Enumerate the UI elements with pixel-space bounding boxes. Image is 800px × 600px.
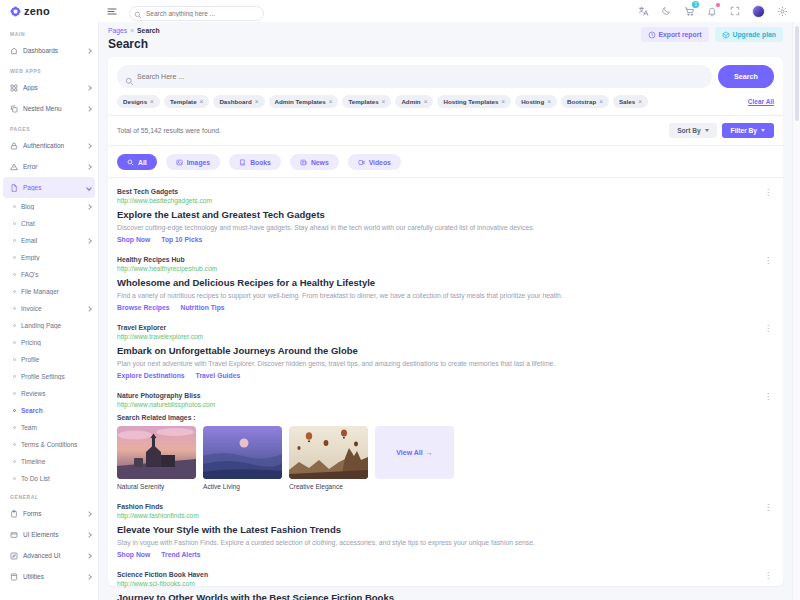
more-options-icon[interactable]: ⋮: [764, 189, 772, 197]
close-icon[interactable]: ×: [382, 98, 386, 105]
sidebar-subitem-profile-settings[interactable]: Profile Settings: [0, 368, 98, 385]
filter-tag[interactable]: Admin Templates×: [269, 95, 339, 108]
sidebar-item-ui-elements[interactable]: UI Elements: [0, 524, 98, 545]
view-all-button[interactable]: View All →: [375, 426, 454, 479]
more-options-icon[interactable]: ⋮: [764, 504, 772, 512]
more-options-icon[interactable]: ⋮: [764, 393, 772, 401]
sidebar-subitem-email[interactable]: Email: [0, 232, 98, 249]
sidebar-subitem-profile[interactable]: Profile: [0, 351, 98, 368]
clear-all-link[interactable]: Clear All: [748, 98, 774, 105]
breadcrumb-pages[interactable]: Pages: [108, 27, 127, 34]
close-icon[interactable]: ×: [150, 98, 154, 105]
sidebar-item-error[interactable]: Error: [0, 156, 98, 177]
result-title[interactable]: Journey to Other Worlds with the Best Sc…: [117, 592, 774, 600]
filter-tag[interactable]: Template×: [164, 95, 210, 108]
filter-tag[interactable]: Admin×: [395, 95, 433, 108]
tab-all[interactable]: All: [117, 154, 157, 170]
close-icon[interactable]: ×: [255, 98, 259, 105]
filter-tag[interactable]: Hosting Templates×: [437, 95, 511, 108]
upgrade-plan-button[interactable]: Upgrade plan: [715, 27, 783, 42]
search-button[interactable]: Search: [718, 65, 774, 88]
sidebar-subitem-blog[interactable]: Blog: [0, 198, 98, 215]
sidebar-subitem-file-manager[interactable]: File Manager: [0, 283, 98, 300]
result-link[interactable]: Explore Destinations: [117, 372, 185, 379]
tab-news[interactable]: News: [290, 154, 339, 170]
image-thumbnail[interactable]: Creative Elegance: [289, 426, 368, 490]
sidebar-subitem-reviews[interactable]: Reviews: [0, 385, 98, 402]
more-options-icon[interactable]: ⋮: [764, 572, 772, 580]
result-url[interactable]: http://www.fashionfinds.com: [117, 512, 774, 519]
sidebar-item-apps[interactable]: Apps: [0, 77, 98, 98]
sidebar-item-dashboards[interactable]: Dashboards: [0, 40, 98, 61]
result-link[interactable]: Shop Now: [117, 551, 150, 558]
result-link[interactable]: Travel Guides: [196, 372, 241, 379]
result-link[interactable]: Top 10 Picks: [161, 236, 202, 243]
filter-tag[interactable]: Bootstrap×: [561, 95, 609, 108]
tab-images[interactable]: Images: [166, 154, 220, 170]
avatar[interactable]: [752, 5, 765, 18]
sidebar-item-forms[interactable]: Forms: [0, 503, 98, 524]
sidebar-subitem-team[interactable]: Team: [0, 419, 98, 436]
close-icon[interactable]: ×: [547, 98, 551, 105]
more-options-icon[interactable]: ⋮: [764, 257, 772, 265]
result-link[interactable]: Browse Recipes: [117, 304, 170, 311]
sidebar-item-pages[interactable]: Pages: [3, 177, 95, 198]
sidebar-subitem-timeline[interactable]: Timeline: [0, 453, 98, 470]
result-title[interactable]: Elevate Your Style with the Latest Fashi…: [117, 524, 774, 535]
sidebar-subitem-invoice[interactable]: Invoice: [0, 300, 98, 317]
sidebar-item-nested-menu[interactable]: Nested Menu: [0, 98, 98, 119]
close-icon[interactable]: ×: [638, 98, 642, 105]
sidebar-subitem-terms[interactable]: Terms & Conditions: [0, 436, 98, 453]
filter-tag[interactable]: Sales×: [613, 95, 648, 108]
bell-icon[interactable]: [706, 5, 718, 17]
sidebar-subitem-landing-page[interactable]: Landing Page: [0, 317, 98, 334]
app-logo[interactable]: zeno: [10, 5, 50, 17]
result-link[interactable]: Shop Now: [117, 236, 150, 243]
filter-tag[interactable]: Templates×: [342, 95, 391, 108]
filter-by-button[interactable]: Filter By: [722, 123, 774, 138]
close-icon[interactable]: ×: [200, 98, 204, 105]
result-url[interactable]: http://www.natureblissphotos.com: [117, 401, 774, 408]
sidebar-item-authentication[interactable]: Authentication: [0, 135, 98, 156]
maximize-icon[interactable]: [729, 5, 741, 17]
result-title[interactable]: Explore the Latest and Greatest Tech Gad…: [117, 209, 774, 220]
gear-icon[interactable]: [776, 5, 788, 17]
tab-videos[interactable]: Videos: [348, 154, 401, 170]
navbar-search-input[interactable]: [129, 6, 264, 21]
sort-by-button[interactable]: Sort By: [669, 123, 716, 138]
search-input[interactable]: [117, 65, 712, 88]
cart-icon[interactable]: 3: [683, 5, 695, 17]
tab-books[interactable]: Books: [229, 154, 281, 170]
sidebar-subitem-faqs[interactable]: FAQ's: [0, 266, 98, 283]
sidebar-subitem-pricing[interactable]: Pricing: [0, 334, 98, 351]
result-link[interactable]: Trend Alerts: [161, 551, 200, 558]
moon-icon[interactable]: [660, 5, 672, 17]
result-title[interactable]: Embark on Unforgettable Journeys Around …: [117, 345, 774, 356]
sidebar-subitem-chat[interactable]: Chat: [0, 215, 98, 232]
sidebar-subitem-todo-list[interactable]: To Do List: [0, 470, 98, 487]
result-url[interactable]: http://www.besttechgadgets.com: [117, 197, 774, 204]
close-icon[interactable]: ×: [424, 98, 428, 105]
filter-tag[interactable]: Hosting×: [515, 95, 557, 108]
sidebar-subitem-empty[interactable]: Empty: [0, 249, 98, 266]
scrollbar-thumb[interactable]: [795, 26, 799, 121]
result-url[interactable]: http://www.sci-fibooks.com: [117, 580, 774, 587]
result-url[interactable]: http://www.healthyrecipeshub.com: [117, 265, 774, 272]
close-icon[interactable]: ×: [329, 98, 333, 105]
hamburger-icon[interactable]: [107, 2, 117, 20]
translate-icon[interactable]: [637, 5, 649, 17]
close-icon[interactable]: ×: [501, 98, 505, 105]
sidebar-item-advanced-ui[interactable]: Advanced UI: [0, 545, 98, 566]
close-icon[interactable]: ×: [599, 98, 603, 105]
sidebar-item-utilities[interactable]: Utilities: [0, 566, 98, 587]
image-thumbnail[interactable]: Active Living: [203, 426, 282, 490]
image-thumbnail[interactable]: Natural Serenity: [117, 426, 196, 490]
filter-tag[interactable]: Designs×: [117, 95, 160, 108]
more-options-icon[interactable]: ⋮: [764, 325, 772, 333]
result-title[interactable]: Wholesome and Delicious Recipes for a He…: [117, 277, 774, 288]
filter-tag[interactable]: Dashboard×: [213, 95, 264, 108]
scrollbar[interactable]: [792, 22, 800, 600]
export-report-button[interactable]: Export report: [641, 27, 709, 42]
sidebar-subitem-search[interactable]: Search: [0, 402, 98, 419]
result-link[interactable]: Nutrition Tips: [181, 304, 225, 311]
